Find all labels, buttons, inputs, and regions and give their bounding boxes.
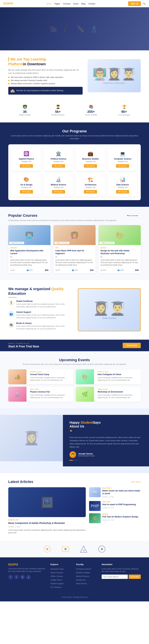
course-lessons-2: 📖 36 <box>56 269 60 271</box>
program-btn-data[interactable]: All Courses <box>116 190 129 194</box>
author-title: Senior Student Trainer <box>78 455 95 457</box>
article-mini-tag-2: PHP & Dev <box>102 501 136 503</box>
course-lessons-3: 📖 51st <box>100 269 106 271</box>
star-icon-3: ★ <box>100 242 102 244</box>
program-icon-physics: ⚛️ <box>14 151 39 156</box>
nav-courses[interactable]: Courses <box>63 3 70 5</box>
course-body-2: PHP Learn Basic PHP from start for begin… <box>54 245 96 273</box>
partner-logo-4: 🎓 <box>96 545 108 553</box>
quality-item-library: 📚 Books & Library Lorem ipsum dolor sit … <box>8 322 71 330</box>
course-students-2: 👥 2647 <box>72 269 78 271</box>
nav-pages[interactable]: Pages <box>54 3 60 5</box>
program-btn-arch[interactable]: All Courses <box>84 190 97 194</box>
footer-link-data[interactable]: Data Science <box>76 582 87 584</box>
event-card-4: 🌿 June 12, 2021 Workshop on Environment … <box>76 387 141 402</box>
program-name-data: Data Science <box>110 184 135 186</box>
article-mini-image-2: PHP <box>89 501 101 511</box>
more-courses-button[interactable]: More Courses <box>124 214 141 218</box>
footer-link-admission[interactable]: Admission Open <box>50 568 64 570</box>
footer-link-teachers[interactable]: Our Teachers <box>50 586 62 588</box>
footer-link-college[interactable]: College Name <box>50 579 62 581</box>
testimonial-image-area: 👩‍🎓 <box>0 415 63 466</box>
article-main-tag: Design & Art <box>8 519 86 521</box>
nav-event[interactable]: Event <box>73 3 78 5</box>
stat-faculties-num: 36 <box>10 110 40 114</box>
program-meta-art: Available 180 <box>14 186 39 188</box>
nav-home[interactable]: Home <box>46 3 51 5</box>
program-btn-political[interactable]: All Courses <box>52 164 65 168</box>
course-category-3: Design <box>100 247 139 249</box>
quality-item-alumni: 👥 Alumni Support Lorem ipsum dolor sit a… <box>8 311 71 319</box>
program-btn-art[interactable]: All Courses <box>20 190 33 194</box>
footer-link-architecture[interactable]: Architecture <box>76 579 86 581</box>
trial-button[interactable]: Get Started <box>123 343 141 348</box>
program-btn-physics[interactable]: All Courses <box>20 164 33 168</box>
bullet-icon-3 <box>8 83 10 84</box>
program-icon-business: 💼 <box>78 151 103 156</box>
nav-blog[interactable]: Blog <box>82 3 86 5</box>
newsletter-input[interactable] <box>102 574 128 579</box>
course-rating-1: ★ 4.5 196 Reviews <box>9 242 24 244</box>
more-articles-link[interactable]: More Article <box>131 481 141 483</box>
course-instructor-1: By <box>10 256 48 258</box>
program-btn-medical[interactable]: All Courses <box>52 190 65 194</box>
event-thumbnail-3: 🔬 <box>8 387 26 402</box>
program-btn-business[interactable]: All Courses <box>84 164 97 168</box>
quality-section: We manage & organized QualityEducation 🏅… <box>0 280 149 340</box>
nav-contact[interactable]: Contact <box>88 3 95 5</box>
course-footer-3: 📖 51st 👥 1645 $45 <box>100 268 139 272</box>
event-date-4: June 12, 2021 <box>98 388 139 390</box>
article-mini-image-3: 🎨 <box>89 513 101 523</box>
about-bullet-1: We have been working in 2000 to deliver … <box>8 76 82 78</box>
signup-button[interactable]: Sign Up <box>128 1 141 6</box>
footer-link-offline-courses[interactable]: Offline Courses <box>50 575 63 577</box>
testimonial-image-placeholder: 👩‍🎓 <box>0 415 63 461</box>
event-image-4: 🌿 <box>76 387 94 402</box>
newsletter-subscribe-button[interactable]: Subscribe <box>129 574 141 579</box>
social-linkedin-icon[interactable]: in <box>20 575 25 580</box>
event-title-3: Physics Science Fair <box>30 391 72 393</box>
stat-faculties-label: Global Faculties <box>10 114 40 116</box>
course-card-3: 🎨 ★ 4.8 300 Reviews Design Design for th… <box>98 225 141 273</box>
courses-grid: 👨‍💻 ★ 4.5 196 Reviews Web Dev Web Applic… <box>8 225 141 273</box>
stat-faculties: 👨‍🏫 36 Global Faculties <box>8 103 42 118</box>
article-mini-2: PHP PHP & Dev How to expert in PHP Progr… <box>89 501 141 511</box>
event-title-1: Annual Travel Camp <box>30 373 72 376</box>
programs-subtitle: Lorem ipsum dolor sit amet consectetur a… <box>8 134 141 140</box>
event-thumb-icon-1: 🏕️ <box>14 374 20 380</box>
experience-icon: 🏫 <box>10 88 15 93</box>
hero-section: 📚 🎓 ✏️ 🔬 <box>0 7 149 50</box>
about-image: 👨‍🏫👩‍🎓👨‍🎓 Students & Educators <box>88 59 141 92</box>
search-icon[interactable]: 🔍 <box>143 2 146 5</box>
event-title-2: Inter-Collegiate Art Show <box>98 373 139 376</box>
testimonial-content: Happy StudentSaysAbout Us ❝ Rem lorem ip… <box>63 415 149 466</box>
program-btn-cs[interactable]: All Courses <box>116 164 129 168</box>
course-rating-2: ★ 4.0 196 Reviews <box>54 242 69 244</box>
course-rating-3: ★ 4.8 300 Reviews <box>100 242 114 244</box>
footer-link-medical[interactable]: Medical Science <box>76 575 89 577</box>
article-main-title: Basic Component of Adobe Photoshop & Ill… <box>8 522 86 525</box>
footer-link-cs[interactable]: Computer Science <box>76 568 91 570</box>
footer-link-online-courses[interactable]: Online Courses <box>50 572 63 574</box>
about-bullet-2: We always provide Practical & quality sk… <box>8 79 82 81</box>
event-thumbnail-2: 🎨 <box>76 369 94 384</box>
quality-image: 👩‍🎓👨‍🎓 Quality Education <box>78 288 141 331</box>
footer-logo: EDUPIX <box>8 563 46 566</box>
courses-header: Popular Courses More Courses <box>8 214 141 218</box>
footer-link-business[interactable]: Business Studies <box>76 572 90 574</box>
article-mini-tag-3: Design <box>102 513 138 515</box>
articles-section: Latest Articles More Article 🖼️ Design &… <box>0 473 149 541</box>
article-mini-body-1: Education Better result can make you fut… <box>102 487 141 499</box>
social-youtube-icon[interactable]: y <box>26 575 31 580</box>
dot-2 <box>74 460 75 460</box>
stat-events-icon: 🏆 <box>109 105 139 109</box>
program-meta-business: Available 180 <box>78 161 103 162</box>
footer-link-support[interactable]: Student Support <box>50 582 64 584</box>
program-data-science: 📊 Data Science Available 180 All Courses <box>108 174 138 197</box>
testimonial-heading: Happy StudentSaysAbout Us <box>70 421 142 428</box>
event-thumbnail-4: 🌿 <box>76 387 94 402</box>
course-footer-1: 📖 46 👥 2021 $45 <box>10 268 48 272</box>
courses-subtitle: In find ipsum Courses opis sunt rem et k… <box>8 219 141 222</box>
social-facebook-icon[interactable]: f <box>8 575 13 580</box>
social-twitter-icon[interactable]: t <box>14 575 19 580</box>
